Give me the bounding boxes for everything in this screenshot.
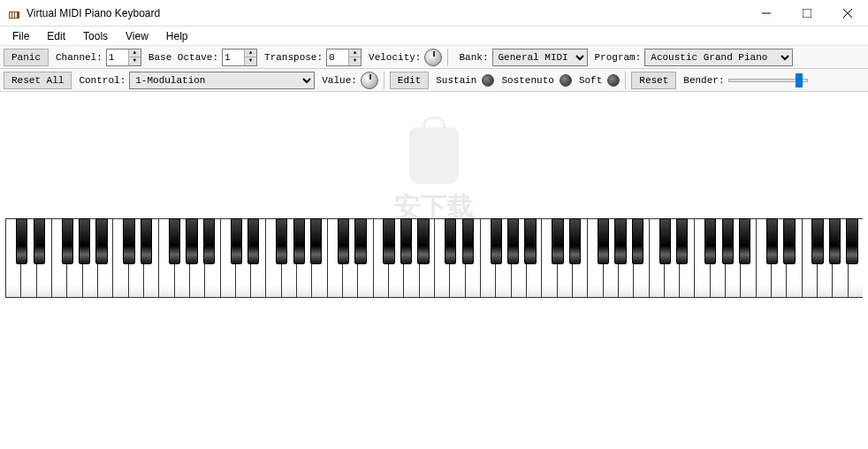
svg-rect-2	[12, 12, 14, 18]
black-key[interactable]	[846, 218, 857, 264]
black-key[interactable]	[79, 218, 90, 264]
panic-button[interactable]: Panic	[4, 49, 49, 66]
base-octave-label: Base Octave:	[143, 52, 220, 63]
black-key[interactable]	[722, 218, 734, 264]
transpose-input[interactable]	[327, 49, 348, 65]
black-key[interactable]	[491, 218, 502, 264]
black-key[interactable]	[338, 218, 349, 264]
black-key[interactable]	[614, 218, 626, 264]
velocity-knob[interactable]	[424, 49, 442, 66]
sostenuto-led[interactable]	[560, 74, 572, 87]
velocity-label: Velocity:	[363, 52, 423, 63]
black-key[interactable]	[383, 218, 394, 264]
menu-file[interactable]: File	[4, 28, 38, 44]
sustain-label: Sustain	[430, 75, 478, 86]
black-key[interactable]	[293, 218, 305, 264]
control-label: Control:	[73, 75, 127, 86]
control-select[interactable]: 1-Modulation	[129, 72, 315, 89]
transpose-label: Transpose:	[259, 52, 324, 63]
piano-keyboard[interactable]	[5, 218, 863, 298]
black-key[interactable]	[400, 218, 412, 264]
black-key[interactable]	[445, 218, 456, 264]
channel-spinbox[interactable]: ▲▼	[106, 49, 141, 66]
menu-tools[interactable]: Tools	[74, 28, 117, 44]
black-key[interactable]	[141, 218, 152, 264]
svg-rect-5	[803, 9, 811, 18]
base-octave-spinbox[interactable]: ▲▼	[222, 49, 257, 66]
black-key[interactable]	[231, 218, 242, 264]
transpose-up[interactable]: ▲	[349, 49, 361, 57]
value-label: Value:	[316, 75, 359, 86]
black-key[interactable]	[659, 218, 671, 264]
black-key[interactable]	[247, 218, 259, 264]
maximize-button[interactable]	[787, 0, 827, 27]
black-key[interactable]	[676, 218, 688, 264]
window-title: Virtual MIDI Piano Keyboard	[27, 7, 746, 19]
sostenuto-label: Sostenuto	[496, 75, 555, 86]
channel-up[interactable]: ▲	[129, 49, 141, 57]
svg-rect-3	[15, 12, 17, 18]
black-key[interactable]	[552, 218, 563, 264]
base-octave-down[interactable]: ▼	[245, 57, 256, 65]
black-key[interactable]	[829, 218, 841, 264]
soft-led[interactable]	[607, 74, 620, 87]
black-key[interactable]	[783, 218, 795, 264]
black-key[interactable]	[276, 218, 287, 264]
bender-thumb[interactable]	[796, 73, 803, 88]
black-key[interactable]	[16, 218, 27, 264]
black-key[interactable]	[462, 218, 474, 264]
black-key[interactable]	[632, 218, 643, 264]
separator	[447, 49, 448, 66]
channel-down[interactable]: ▼	[129, 57, 141, 65]
black-key[interactable]	[310, 218, 322, 264]
black-key[interactable]	[62, 218, 73, 264]
close-button[interactable]	[827, 0, 868, 27]
black-key[interactable]	[569, 218, 581, 264]
black-key[interactable]	[123, 218, 134, 264]
black-key[interactable]	[417, 218, 429, 264]
app-icon	[7, 6, 21, 20]
program-select[interactable]: Acoustic Grand Piano	[644, 49, 793, 66]
black-key[interactable]	[811, 218, 823, 264]
separator	[384, 72, 385, 89]
bender-label: Bender:	[678, 75, 726, 86]
soft-label: Soft	[574, 75, 604, 86]
content-area: 安下载 anxz.com	[0, 92, 868, 445]
bank-label: Bank:	[453, 52, 490, 63]
channel-input[interactable]	[107, 49, 128, 65]
base-octave-input[interactable]	[223, 49, 244, 65]
black-key[interactable]	[169, 218, 180, 264]
menu-help[interactable]: Help	[157, 28, 197, 44]
svg-rect-1	[10, 12, 11, 18]
black-key[interactable]	[203, 218, 215, 264]
black-key[interactable]	[34, 218, 45, 264]
black-key[interactable]	[598, 218, 609, 264]
menu-view[interactable]: View	[117, 28, 157, 44]
base-octave-up[interactable]: ▲	[245, 49, 256, 57]
bank-select[interactable]: General MIDI	[492, 49, 588, 66]
black-key[interactable]	[186, 218, 197, 264]
black-key[interactable]	[95, 218, 107, 264]
black-key[interactable]	[524, 218, 536, 264]
minimize-button[interactable]	[746, 0, 787, 27]
reset-all-button[interactable]: Reset All	[4, 72, 72, 89]
menu-edit[interactable]: Edit	[38, 28, 74, 44]
channel-label: Channel:	[50, 52, 104, 63]
reset-button[interactable]: Reset	[631, 72, 676, 89]
sustain-led[interactable]	[482, 74, 494, 87]
bender-slider[interactable]	[728, 79, 808, 82]
program-label: Program:	[590, 52, 643, 63]
black-key[interactable]	[354, 218, 366, 264]
edit-button[interactable]: Edit	[390, 72, 429, 89]
black-key[interactable]	[507, 218, 519, 264]
value-knob[interactable]	[361, 72, 378, 89]
black-key[interactable]	[766, 218, 778, 264]
black-key[interactable]	[704, 218, 716, 264]
transpose-down[interactable]: ▼	[349, 57, 361, 65]
separator	[625, 72, 626, 89]
transpose-spinbox[interactable]: ▲▼	[326, 49, 362, 66]
black-key[interactable]	[739, 218, 750, 264]
